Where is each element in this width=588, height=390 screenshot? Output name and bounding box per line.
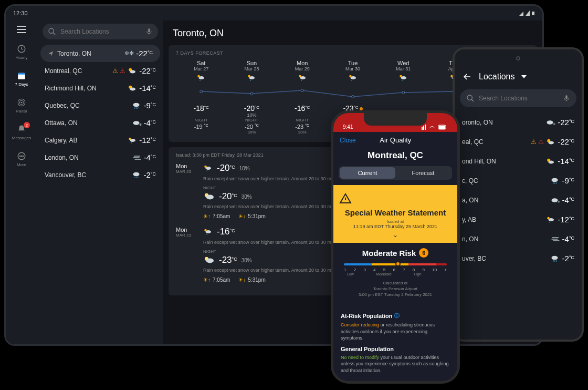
ios-title: Air Quality: [380, 136, 411, 144]
location-name: Richmond Hill, ON: [45, 85, 97, 92]
svg-point-82: [551, 178, 558, 182]
location-item[interactable]: Calgary, AB -12°C: [37, 131, 163, 149]
forecast-day[interactable]: Tue Mar 30: [328, 60, 378, 82]
forecast-day[interactable]: Sat Mar 27: [176, 60, 226, 82]
nav-7days-label: 7 Days: [15, 82, 28, 87]
location-temp: -12°C: [558, 215, 574, 224]
location-name: y, AB: [462, 216, 476, 223]
svg-point-48: [401, 76, 407, 79]
svg-point-45: [350, 76, 356, 79]
alert-icon: ⚠: [531, 138, 537, 146]
location-name: oronto, ON: [462, 119, 493, 126]
search-row[interactable]: [43, 24, 158, 39]
svg-point-86: [551, 198, 558, 202]
warning-title: Special Weather Statement: [339, 208, 452, 217]
nav-more-label: More: [17, 162, 26, 167]
svg-point-18: [130, 87, 136, 90]
forecast-day[interactable]: Mon Mar 29: [277, 60, 328, 82]
location-item[interactable]: Toronto, ON ❄✻-22°C: [40, 45, 160, 62]
location-item[interactable]: ond Hill, ON -14°C: [455, 151, 582, 171]
nav-hourly[interactable]: Hourly: [6, 40, 37, 63]
location-temp: -4°C: [562, 234, 574, 243]
android-title: Locations: [479, 72, 515, 81]
statusbar-icons: [519, 11, 535, 16]
sunset: ☀↓5:31pm: [238, 213, 265, 219]
chevron-down-icon: ⌄: [339, 231, 452, 239]
seg-current[interactable]: Current: [340, 167, 395, 179]
svg-point-39: [249, 76, 255, 79]
location-item[interactable]: eal, QC ⚠⚠-22°C: [455, 132, 582, 151]
location-temp: -22°C: [558, 118, 574, 127]
android-search[interactable]: [460, 89, 576, 107]
high-temp: -20°C 10%: [226, 104, 277, 118]
location-item[interactable]: Richmond Hill, ON -14°C: [37, 79, 163, 97]
forecast-day[interactable]: Sun Mar 28: [226, 60, 277, 82]
forecast-day[interactable]: Wed Mar 31: [378, 60, 428, 82]
nav-7days[interactable]: 7 Days: [6, 67, 37, 90]
nav-messages[interactable]: 2 Messages: [6, 121, 37, 143]
location-item[interactable]: y, AB -12°C: [455, 210, 582, 229]
svg-line-85: [556, 182, 556, 184]
svg-line-40: [250, 80, 251, 81]
android-phone: Locations oronto, ON ✻-22°C eal, QC ⚠⚠-2…: [453, 47, 584, 342]
svg-line-70: [207, 234, 207, 235]
sunrise-icon: ☀↑: [203, 213, 211, 219]
nav-menu[interactable]: [6, 23, 37, 36]
close-button[interactable]: Close: [340, 137, 356, 144]
nav-more[interactable]: More: [6, 148, 37, 170]
messages-badge: 2: [24, 122, 30, 128]
android-search-input[interactable]: [479, 95, 559, 102]
location-item[interactable]: Quebec, QC -9°C: [37, 97, 163, 114]
svg-point-12: [23, 156, 24, 157]
segment-control[interactable]: Current Forecast: [339, 166, 452, 180]
search-input[interactable]: [60, 28, 141, 35]
dropdown-icon[interactable]: [521, 74, 527, 79]
svg-point-60: [402, 91, 405, 94]
location-item[interactable]: a, ON ✻-4°C: [455, 190, 582, 210]
alert-icon: ⚠: [120, 67, 125, 75]
location-item[interactable]: Vancouver, BC -2°C: [37, 166, 163, 183]
location-item[interactable]: London, ON -4°C: [37, 149, 163, 166]
mic-icon[interactable]: [563, 94, 570, 103]
svg-point-74: [467, 95, 472, 100]
risk-scale: 12345678910+ Low Moderate High: [344, 263, 447, 276]
location-item[interactable]: c, QC -9°C: [455, 171, 582, 190]
at-risk-header: At-Risk Population ⓘ: [341, 312, 450, 320]
svg-text:✻: ✻: [139, 122, 141, 126]
seg-forecast[interactable]: Forecast: [395, 167, 451, 179]
risk-panel: Moderate Risk 6 12345678910+ Low Moderat…: [333, 243, 457, 303]
android-topbar: [455, 49, 582, 67]
nav-radar[interactable]: Radar: [6, 94, 37, 117]
search-icon: [466, 94, 475, 102]
svg-point-56: [200, 90, 203, 93]
ios-status-icons: [422, 125, 448, 130]
location-item[interactable]: Ottawa, ON ✻-4°C: [37, 114, 163, 131]
svg-point-72: [206, 258, 214, 263]
weather-icon: [203, 228, 213, 236]
location-name: London, ON: [45, 154, 79, 161]
location-name: Quebec, QC: [45, 102, 80, 109]
mic-icon[interactable]: [145, 27, 153, 36]
location-item[interactable]: n, ON -4°C: [455, 229, 582, 249]
snow-icon: ❄✻: [124, 50, 134, 57]
location-item[interactable]: oronto, ON ✻-22°C: [455, 112, 582, 132]
svg-point-8: [21, 102, 22, 103]
warning-issued-label: Issued at: [339, 219, 452, 224]
night-temp: NIGHT-23 °C 30%: [277, 118, 328, 135]
info-icon[interactable]: ⓘ: [394, 312, 400, 320]
weather-icon: [203, 192, 215, 201]
sunrise: ☀↑7:05am: [203, 277, 230, 283]
svg-line-37: [200, 80, 201, 81]
location-item[interactable]: Montreal, QC ⚠⚠-22°C: [37, 62, 163, 79]
sunset: ☀↓5:31pm: [238, 277, 265, 283]
location-temp: -14°C: [558, 157, 574, 166]
svg-line-96: [554, 260, 555, 262]
ios-time: 9:41: [343, 124, 353, 130]
back-arrow-icon[interactable]: [462, 71, 472, 82]
svg-point-58: [301, 89, 303, 92]
night-temp: NIGHT-20 °C 30%: [226, 118, 277, 135]
weather-icon: [398, 74, 408, 82]
warning-card[interactable]: Special Weather Statement Issued at 11:1…: [333, 185, 457, 243]
location-item[interactable]: uver, BC -2°C: [455, 249, 582, 268]
nav-hourly-label: Hourly: [15, 55, 27, 60]
